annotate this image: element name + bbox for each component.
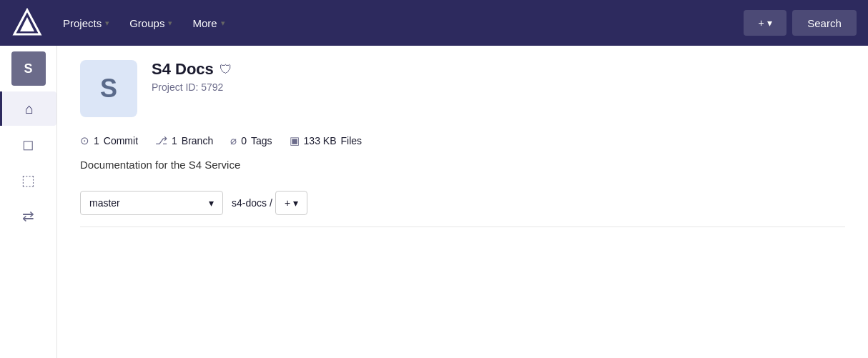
- branch-selector[interactable]: master ▾: [80, 191, 223, 215]
- more-chevron-icon: ▾: [221, 19, 225, 28]
- commit-icon: ⊙: [80, 134, 89, 147]
- main-layout: S ⌂ ◻ ⬚ ⇄ S S4 Docs 🛡 Project ID: 5792: [0, 46, 868, 358]
- top-nav: Projects ▾ Groups ▾ More ▾ + ▾ Search: [0, 0, 868, 46]
- nav-projects[interactable]: Projects ▾: [54, 11, 118, 35]
- branches-stat[interactable]: ⎇ 1 Branch: [155, 134, 213, 147]
- content-area: S S4 Docs 🛡 Project ID: 5792 ⊙ 1 Commit …: [57, 46, 868, 358]
- project-avatar: S: [80, 60, 137, 117]
- tag-count: 0: [241, 135, 247, 146]
- sidebar-item-merge[interactable]: ⇄: [11, 199, 46, 233]
- content-divider: [80, 227, 845, 227]
- issues-icon: ⬚: [21, 171, 35, 189]
- plus-chevron-icon: ▾: [767, 17, 772, 29]
- project-title-row: S4 Docs 🛡: [152, 60, 232, 79]
- branch-selected-label: master: [89, 197, 120, 209]
- search-button[interactable]: Search: [792, 10, 857, 36]
- add-icon: +: [285, 197, 290, 209]
- files-size: 133 KB: [304, 135, 337, 146]
- nav-items: Projects ▾ Groups ▾ More ▾: [54, 11, 744, 35]
- file-icon: ◻: [22, 136, 34, 153]
- tags-stat[interactable]: ⌀ 0 Tags: [230, 134, 272, 147]
- commit-count: 1: [94, 135, 99, 146]
- commit-label: Commit: [104, 135, 138, 146]
- add-chevron-icon: ▾: [293, 197, 298, 209]
- commits-stat[interactable]: ⊙ 1 Commit: [80, 134, 138, 147]
- home-icon: ⌂: [25, 101, 34, 117]
- sidebar-item-files[interactable]: ◻: [11, 127, 46, 161]
- project-id: Project ID: 5792: [152, 81, 232, 93]
- branch-icon: ⎇: [155, 134, 167, 147]
- plus-icon: +: [758, 17, 764, 29]
- files-stat[interactable]: ▣ 133 KB Files: [290, 134, 363, 147]
- branch-chevron-icon: ▾: [209, 197, 214, 209]
- files-label: Files: [341, 135, 363, 146]
- branch-count: 1: [172, 135, 177, 146]
- new-item-button[interactable]: + ▾: [744, 10, 786, 36]
- tag-label: Tags: [251, 135, 272, 146]
- project-description: Documentation for the S4 Service: [80, 159, 845, 171]
- add-file-button[interactable]: + ▾: [275, 191, 307, 215]
- nav-groups[interactable]: Groups ▾: [121, 11, 181, 35]
- logo[interactable]: [11, 7, 43, 39]
- branch-label: Branch: [182, 135, 213, 146]
- merge-requests-icon: ⇄: [22, 207, 34, 224]
- nav-right: + ▾ Search: [744, 10, 857, 36]
- project-header: S S4 Docs 🛡 Project ID: 5792: [80, 60, 845, 117]
- shield-icon: 🛡: [220, 62, 232, 77]
- nav-more[interactable]: More ▾: [184, 11, 233, 35]
- path-name: s4-docs: [232, 197, 267, 209]
- files-icon: ▣: [290, 134, 300, 147]
- groups-chevron-icon: ▾: [168, 19, 172, 28]
- sidebar-item-home[interactable]: ⌂: [0, 91, 56, 126]
- stats-row: ⊙ 1 Commit ⎇ 1 Branch ⌀ 0 Tags ▣ 133 KB …: [80, 134, 845, 147]
- sidebar: S ⌂ ◻ ⬚ ⇄: [0, 46, 57, 358]
- path-area: s4-docs / + ▾: [232, 191, 307, 215]
- path-separator: /: [270, 197, 272, 209]
- sidebar-item-issues[interactable]: ⬚: [11, 163, 46, 197]
- project-info: S4 Docs 🛡 Project ID: 5792: [152, 60, 232, 93]
- projects-chevron-icon: ▾: [105, 19, 109, 28]
- tag-icon: ⌀: [230, 134, 237, 147]
- branch-row: master ▾ s4-docs / + ▾: [80, 191, 845, 215]
- sidebar-user-avatar[interactable]: S: [11, 51, 46, 86]
- project-title: S4 Docs: [152, 60, 214, 79]
